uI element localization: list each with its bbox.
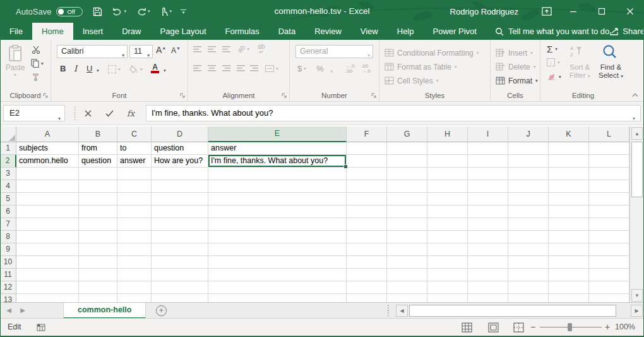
account-user-name[interactable]: Rodrigo Rodriguez xyxy=(450,7,518,16)
cell-B5[interactable] xyxy=(79,193,117,205)
increase-font-button[interactable]: A▲ xyxy=(156,45,166,55)
horizontal-scroll-thumb[interactable] xyxy=(409,305,616,317)
cell-A13[interactable] xyxy=(16,294,79,302)
cell-D7[interactable] xyxy=(152,218,208,231)
cell-K13[interactable] xyxy=(549,294,589,302)
normal-view-button[interactable] xyxy=(462,322,472,333)
cell-K6[interactable] xyxy=(549,205,589,218)
zoom-level[interactable]: 100% xyxy=(615,319,635,336)
cell-I12[interactable] xyxy=(468,281,508,294)
cell-L3[interactable] xyxy=(589,168,629,180)
borders-button[interactable]: ▾ xyxy=(108,65,121,73)
cell-F7[interactable] xyxy=(347,218,387,231)
cell-F11[interactable] xyxy=(347,269,387,281)
copy-button[interactable]: ▾ xyxy=(31,59,44,68)
cell-H11[interactable] xyxy=(427,269,468,281)
font-size-select[interactable]: 11 ▾ xyxy=(129,45,153,58)
cell-I13[interactable] xyxy=(468,294,508,302)
cell-G8[interactable] xyxy=(387,231,427,243)
expand-formula-bar-chevron[interactable]: ▾ xyxy=(633,111,635,126)
cell-D13[interactable] xyxy=(152,294,208,302)
cell-D3[interactable] xyxy=(152,168,208,180)
cell-K4[interactable] xyxy=(549,180,589,193)
autosum-dropdown[interactable]: ▾ xyxy=(555,46,558,52)
scroll-left-arrow[interactable]: ◀ xyxy=(396,305,408,317)
top-align-button[interactable] xyxy=(193,46,201,52)
collapse-ribbon-button[interactable] xyxy=(631,92,639,97)
cell-E12[interactable] xyxy=(208,281,347,294)
cell-I4[interactable] xyxy=(468,180,508,193)
increase-decimal-button[interactable]: ←.0.00 xyxy=(345,64,355,74)
tab-draw[interactable]: Draw xyxy=(112,23,150,40)
cell-J6[interactable] xyxy=(508,205,549,218)
row-header-2[interactable]: 2 xyxy=(0,155,16,168)
cell-styles-button[interactable]: Cell Styles▾ xyxy=(385,74,438,87)
cell-I6[interactable] xyxy=(468,205,508,218)
column-header-B[interactable]: B xyxy=(79,126,117,142)
cell-G3[interactable] xyxy=(387,168,427,180)
row-header-6[interactable]: 6 xyxy=(0,205,16,218)
sheet-tab-common-hello[interactable]: common-hello xyxy=(63,303,146,319)
cell-D9[interactable] xyxy=(152,243,208,256)
tab-power-pivot[interactable]: Power Pivot xyxy=(424,23,486,40)
fill-color-button[interactable]: ▾ xyxy=(129,65,143,73)
cell-K7[interactable] xyxy=(549,218,589,231)
cell-I8[interactable] xyxy=(468,231,508,243)
cell-C10[interactable] xyxy=(117,256,152,269)
decrease-decimal-button[interactable]: .00→.0 xyxy=(361,64,371,74)
cell-E7[interactable] xyxy=(208,218,347,231)
cell-C12[interactable] xyxy=(117,281,152,294)
cell-E5[interactable] xyxy=(208,193,347,205)
cell-E13[interactable] xyxy=(208,294,347,302)
cell-B12[interactable] xyxy=(79,281,117,294)
merge-center-button[interactable]: ▾ xyxy=(265,65,278,72)
cell-J8[interactable] xyxy=(508,231,549,243)
cell-C9[interactable] xyxy=(117,243,152,256)
clear-dropdown[interactable]: ▾ xyxy=(559,74,561,80)
cell-G10[interactable] xyxy=(387,256,427,269)
cell-G6[interactable] xyxy=(387,205,427,218)
cell-L9[interactable] xyxy=(589,243,629,256)
cell-B13[interactable] xyxy=(79,294,117,302)
cell-A12[interactable] xyxy=(16,281,79,294)
row-header-1[interactable]: 1 xyxy=(0,142,16,155)
delete-cells-button[interactable]: Delete▾ xyxy=(496,60,535,73)
cell-A6[interactable] xyxy=(16,205,79,218)
cell-A9[interactable] xyxy=(16,243,79,256)
cell-D5[interactable] xyxy=(152,193,208,205)
cell-F9[interactable] xyxy=(347,243,387,256)
alignment-dialog-launcher[interactable] xyxy=(281,92,287,99)
row-header-13[interactable]: 13 xyxy=(0,294,16,302)
conditional-formatting-button[interactable]: Conditional Formatting▾ xyxy=(385,46,479,59)
cell-L4[interactable] xyxy=(589,180,629,193)
vertical-scrollbar[interactable]: ▲ ▼ xyxy=(629,126,644,302)
cell-I7[interactable] xyxy=(468,218,508,231)
cell-H10[interactable] xyxy=(427,256,468,269)
cell-D8[interactable] xyxy=(152,231,208,243)
column-header-K[interactable]: K xyxy=(549,126,589,142)
cell-J2[interactable] xyxy=(508,155,549,168)
tab-home[interactable]: Home xyxy=(32,23,73,40)
cell-J11[interactable] xyxy=(508,269,549,281)
clipboard-dialog-launcher[interactable] xyxy=(42,92,49,99)
cell-A1[interactable]: subjects xyxy=(16,142,79,155)
cell-L10[interactable] xyxy=(589,256,629,269)
accounting-format-button[interactable]: $ ▾ xyxy=(297,64,306,73)
cell-E11[interactable] xyxy=(208,269,347,281)
cell-G12[interactable] xyxy=(387,281,427,294)
name-box[interactable]: E2 ▾ xyxy=(3,105,65,121)
format-painter-button[interactable] xyxy=(32,73,40,82)
scroll-up-arrow[interactable]: ▲ xyxy=(631,127,643,140)
row-header-8[interactable]: 8 xyxy=(0,231,16,243)
cell-H9[interactable] xyxy=(427,243,468,256)
share-button[interactable]: Share xyxy=(609,23,644,40)
row-header-7[interactable]: 7 xyxy=(0,218,16,231)
middle-align-button[interactable] xyxy=(208,46,216,52)
underline-button[interactable]: U xyxy=(86,64,92,73)
comma-style-button[interactable]: , xyxy=(330,63,333,73)
cell-H13[interactable] xyxy=(427,294,468,302)
column-header-H[interactable]: H xyxy=(427,126,468,142)
cell-D4[interactable] xyxy=(152,180,208,193)
cell-C4[interactable] xyxy=(117,180,152,193)
cell-F8[interactable] xyxy=(347,231,387,243)
